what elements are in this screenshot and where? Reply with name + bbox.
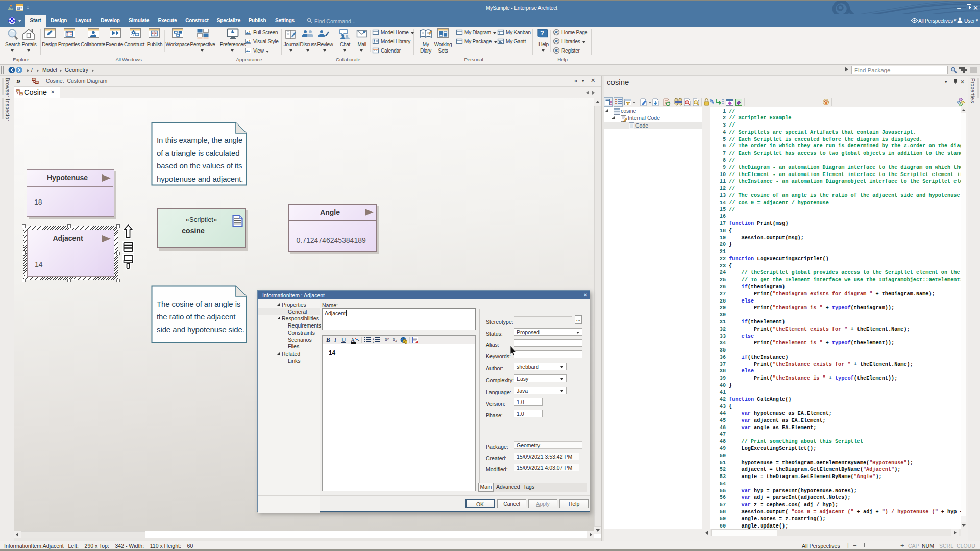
svg-text:?: ? [540,29,544,37]
svg-text:2: 2 [373,340,374,343]
svg-text:A: A [351,337,355,343]
